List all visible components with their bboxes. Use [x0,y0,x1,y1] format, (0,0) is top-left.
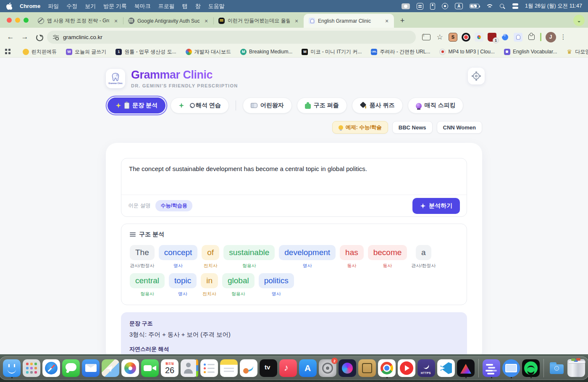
menu-profiles[interactable]: 프로필 [158,3,175,10]
example-cnn-button[interactable]: CNN Women [437,121,482,134]
word-chip[interactable]: development [279,245,336,260]
reload-button[interactable] [33,31,45,43]
word-chip[interactable]: a [416,245,431,260]
airplay-icon[interactable] [442,3,448,9]
close-tab-icon[interactable]: × [383,17,391,25]
dock-maps-icon[interactable] [102,358,119,378]
close-tab-icon[interactable]: × [293,17,300,25]
dock-messages-icon[interactable] [62,358,80,378]
dock-spotify-icon[interactable] [522,358,540,378]
tab-sentence-analysis[interactable]: 문장 분석 [108,97,165,113]
tab-translation-practice[interactable]: 해석 연습 [171,97,229,113]
tab-grok[interactable]: 앱 사용 제한 조정 전략 - Grok × [33,14,123,28]
menu-bookmarks[interactable]: 북마크 [134,3,151,10]
close-window-button[interactable] [7,18,12,23]
word-chip[interactable]: sustainable [223,245,275,260]
dock-downloads-icon[interactable]: ↓ [548,358,565,378]
zoom-window-button[interactable] [24,18,29,23]
mode-badge[interactable]: 수능/학습용 [155,200,192,211]
battery-icon[interactable]: ϟ [470,4,479,8]
menu-history[interactable]: 방문 기록 [103,3,127,10]
dock-contacts-icon[interactable] [181,358,198,378]
extension-blue-icon[interactable]: PT [501,33,509,42]
dock-chrome-icon[interactable] [378,358,396,378]
spotlight-icon[interactable] [499,3,505,9]
example-bbc-button[interactable]: BBC News [392,121,433,134]
dock-warp-terminal-icon[interactable] [483,358,500,378]
dock-music-icon[interactable] [279,358,297,378]
close-tab-icon[interactable]: × [112,17,120,25]
dock-facetime-icon[interactable] [141,358,159,378]
screen-recording-icon[interactable] [402,3,410,9]
bookmark-star-icon[interactable]: ☆ [435,32,444,42]
bookmark-item[interactable]: W오늘의 글쓰기 [66,48,106,55]
profile-avatar[interactable]: J [546,32,556,42]
tab-little-prince[interactable]: 어린왕자 [243,97,292,113]
minimize-window-button[interactable] [15,18,20,23]
dock-media-player-icon[interactable] [339,358,356,378]
dock-launchpad-icon[interactable] [23,358,40,378]
menu-edit[interactable]: 수정 [66,3,77,10]
word-chip[interactable]: global [222,273,255,288]
menu-tab[interactable]: 탭 [182,3,188,10]
menu-extra-icon[interactable] [417,3,423,10]
bookmark-item[interactable]: MBreaking Medium... [240,49,292,55]
install-app-icon[interactable] [422,34,430,40]
dock-cleaner-icon[interactable] [358,358,376,378]
word-chip[interactable]: politics [259,273,294,288]
bookmark-item[interactable]: English Vocabular... [504,49,557,55]
back-button[interactable]: ← [4,31,17,43]
dock-trash-icon[interactable] [567,358,585,378]
tab-search-button[interactable]: ⌄ [573,15,585,26]
dock-app-store-icon[interactable] [299,358,317,378]
word-chip[interactable]: The [130,245,155,260]
tab-community[interactable]: 이런거 만들어봤는데요 올릴까 고민 × [213,14,304,28]
word-chip[interactable]: has [340,245,364,260]
bookmark-item[interactable]: ♛다모앙 [566,48,588,55]
extension-tooth-icon[interactable] [514,33,522,42]
menu-window[interactable]: 창 [195,3,201,10]
extension-flag-icon[interactable]: 1 [488,33,496,42]
dock-safari-icon[interactable] [42,358,60,378]
bookmark-item[interactable]: MP4 to MP3 | Clou... [439,49,495,55]
new-tab-button[interactable]: + [396,15,408,26]
word-chip[interactable]: central [130,273,165,288]
dock-freeform-icon[interactable] [240,358,257,378]
easy-explain-toggle[interactable]: 쉬운 설명 [128,202,150,209]
sentence-input[interactable]: The concept of sustainable development h… [121,158,467,195]
menubar-app-name[interactable]: Chrome [20,3,40,9]
tab-magic-speaking[interactable]: 매직 스피킹 [408,97,464,113]
bookmark-item[interactable]: URL주려라 - 간편한 URL... [371,48,430,55]
tab-antigravity[interactable]: Google Antigravity Auth Succ × [123,14,213,28]
word-chip[interactable]: of [202,245,219,260]
word-chip[interactable]: in [201,273,218,288]
dock-mail-icon[interactable] [82,358,100,378]
bookmark-item[interactable]: 린치핀에듀 [23,48,57,55]
extensions-puzzle-icon[interactable] [528,34,535,40]
dock-photos-icon[interactable] [121,358,139,378]
word-chip[interactable]: topic [169,273,197,288]
menu-help[interactable]: 도움말 [208,3,225,10]
address-bar[interactable]: gramclinic.co.kr [47,31,416,44]
dock-screen-display-icon[interactable] [502,358,520,378]
analyze-button[interactable]: 분석하기 [412,198,460,214]
site-settings-icon[interactable] [53,35,59,40]
chrome-menu-icon[interactable]: ⋮ [560,33,567,41]
wifi-icon[interactable] [486,4,493,9]
menu-view[interactable]: 보기 [85,3,96,10]
bookmark-item[interactable]: M미코 - 미니 IT기기 커... [302,48,362,55]
bookmark-item[interactable]: 1원툴 - 업무 생산성 도... [116,48,176,55]
dock-system-settings-icon[interactable]: 2 [319,358,336,378]
menubar-clock[interactable]: 1월 26일 (월) 오전 11:47 [525,3,582,10]
extension-s-icon[interactable]: S [449,33,457,42]
dock-youtube-music-icon[interactable] [398,358,415,378]
id-card-icon[interactable] [430,3,435,10]
apple-logo-icon[interactable] [6,3,12,10]
extension-target-icon[interactable] [462,33,470,42]
word-chip[interactable]: concept [159,245,198,260]
dock-reminders-icon[interactable] [200,358,218,378]
dock-apple-tv-icon[interactable] [260,358,277,378]
url-text[interactable]: gramclinic.co.kr [63,34,102,40]
bookmark-item[interactable]: 개발자 대시보드 [186,48,231,55]
dock-finder-icon[interactable] [3,358,21,378]
